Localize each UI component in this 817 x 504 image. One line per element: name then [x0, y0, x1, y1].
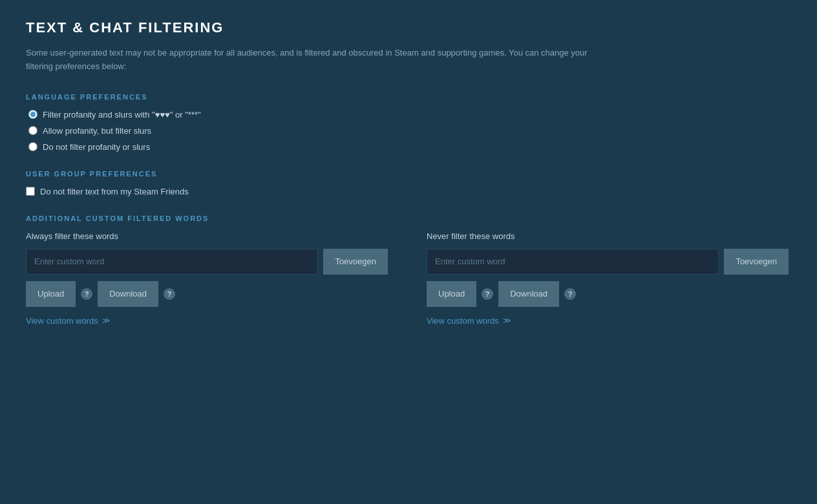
language-preferences-title: LANGUAGE PREFERENCES	[26, 93, 791, 101]
always-filter-input[interactable]	[26, 249, 318, 275]
filter-all-option[interactable]: Filter profanity and slurs with "♥♥♥" or…	[28, 110, 791, 120]
always-filter-label: Always filter these words	[26, 231, 388, 241]
page-title: TEXT & CHAT FILTERING	[26, 19, 791, 36]
always-filter-download-help-icon[interactable]: ?	[164, 288, 175, 300]
never-filter-upload-help-icon[interactable]: ?	[482, 288, 493, 300]
always-filter-column: Always filter these words Toevoegen Uplo…	[26, 231, 388, 326]
user-group-preferences-section: USER GROUP PREFERENCES Do not filter tex…	[26, 170, 791, 196]
custom-words-title: ADDITIONAL CUSTOM FILTERED WORDS	[26, 215, 791, 222]
always-filter-add-button[interactable]: Toevoegen	[323, 249, 388, 275]
no-filter-label: Do not filter profanity or slurs	[43, 142, 150, 152]
never-filter-download-help-icon[interactable]: ?	[564, 288, 576, 300]
filter-all-label: Filter profanity and slurs with "♥♥♥" or…	[43, 110, 201, 120]
filter-all-radio[interactable]	[28, 110, 37, 119]
always-filter-view-words-link[interactable]: View custom words ≫	[26, 316, 388, 326]
always-filter-upload-help-icon[interactable]: ?	[81, 288, 92, 300]
language-preferences-section: LANGUAGE PREFERENCES Filter profanity an…	[26, 93, 791, 152]
never-filter-view-words-label: View custom words	[427, 316, 499, 326]
user-group-preferences-title: USER GROUP PREFERENCES	[26, 170, 791, 178]
never-filter-label: Never filter these words	[427, 231, 789, 241]
page-container: TEXT & CHAT FILTERING Some user-generate…	[0, 0, 817, 504]
never-filter-input[interactable]	[427, 249, 719, 275]
never-filter-chevron-icon: ≫	[503, 316, 511, 325]
steam-friends-filter-option[interactable]: Do not filter text from my Steam Friends	[26, 187, 791, 196]
steam-friends-filter-label: Do not filter text from my Steam Friends	[40, 187, 189, 196]
never-filter-add-button[interactable]: Toevoegen	[724, 249, 789, 275]
never-filter-upload-button[interactable]: Upload	[427, 281, 476, 307]
custom-words-container: Always filter these words Toevoegen Uplo…	[26, 231, 791, 326]
filter-slurs-label: Allow profanity, but filter slurs	[43, 126, 151, 136]
never-filter-download-button[interactable]: Download	[498, 281, 559, 307]
filter-slurs-radio[interactable]	[28, 126, 37, 135]
never-filter-column: Never filter these words Toevoegen Uploa…	[427, 231, 789, 326]
steam-friends-filter-checkbox[interactable]	[26, 187, 35, 196]
page-description: Some user-generated text may not be appr…	[26, 47, 608, 74]
never-filter-action-row: Upload ? Download ?	[427, 281, 789, 307]
always-filter-download-button[interactable]: Download	[98, 281, 158, 307]
always-filter-input-row: Toevoegen	[26, 249, 388, 275]
never-filter-view-words-link[interactable]: View custom words ≫	[427, 316, 789, 326]
custom-words-section: ADDITIONAL CUSTOM FILTERED WORDS Always …	[26, 215, 791, 326]
always-filter-upload-button[interactable]: Upload	[26, 281, 76, 307]
no-filter-radio[interactable]	[28, 142, 37, 151]
always-filter-view-words-label: View custom words	[26, 316, 98, 326]
always-filter-action-row: Upload ? Download ?	[26, 281, 388, 307]
never-filter-input-row: Toevoegen	[427, 249, 789, 275]
always-filter-chevron-icon: ≫	[102, 316, 111, 325]
language-radio-group: Filter profanity and slurs with "♥♥♥" or…	[26, 110, 791, 152]
no-filter-option[interactable]: Do not filter profanity or slurs	[28, 142, 791, 152]
filter-slurs-option[interactable]: Allow profanity, but filter slurs	[28, 126, 791, 136]
